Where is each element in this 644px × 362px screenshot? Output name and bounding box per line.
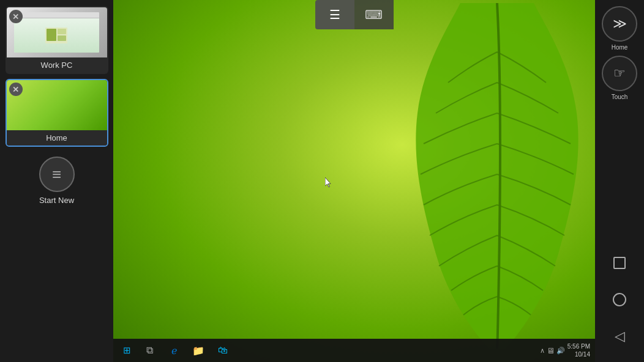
home-label: Home — [7, 130, 107, 146]
left-sidebar: ✕ Work PC ✕ — [0, 0, 113, 362]
circle-nav-button[interactable] — [606, 286, 633, 313]
svg-rect-2 — [58, 29, 66, 34]
square-nav-button[interactable] — [606, 249, 633, 276]
taskbar-items: ⧉ ℯ 📁 🛍 — [138, 340, 540, 361]
time: 5:56 PM — [567, 342, 590, 350]
tray-network[interactable]: 🖥 — [547, 346, 555, 355]
touch-icon: ☞ — [613, 65, 626, 81]
folder-icon: 📁 — [192, 345, 204, 356]
system-tray-icons: ∧ 🖥 🔊 — [540, 346, 565, 355]
taskbar-system-tray: ∧ 🖥 🔊 5:56 PM 10/14 — [540, 342, 593, 358]
keyboard-icon: ⌨ — [365, 7, 383, 22]
home-button-label: Home — [612, 44, 628, 51]
back-nav-button[interactable]: ◁ — [606, 323, 633, 350]
touch-button-label: Touch — [612, 94, 628, 100]
square-icon — [613, 257, 626, 269]
tray-chevron[interactable]: ∧ — [540, 347, 545, 355]
menu-toolbar-button[interactable]: ☰ — [315, 0, 354, 29]
start-new-icon: ≡ — [39, 157, 75, 192]
taskbar-multitasking[interactable]: ⧉ — [138, 340, 161, 361]
tray-volume[interactable]: 🔊 — [556, 347, 565, 355]
circle-icon — [613, 293, 626, 306]
right-sidebar: ≫ Home ☞ Touch ◁ — [595, 0, 644, 362]
date: 10/14 — [567, 350, 590, 358]
keyboard-toolbar-button[interactable]: ⌨ — [354, 0, 394, 29]
taskbar-explorer[interactable]: 📁 — [187, 340, 210, 361]
svg-rect-3 — [58, 35, 66, 41]
home-remote-icon: ≫ — [613, 16, 627, 32]
close-work-pc-button[interactable]: ✕ — [9, 10, 23, 23]
main-area: ☰ ⌨ — [113, 0, 595, 362]
back-icon: ◁ — [615, 328, 625, 344]
taskbar-browser[interactable]: ℯ — [162, 340, 185, 361]
taskbar-start-button[interactable]: ⊞ — [116, 339, 138, 361]
top-toolbar: ☰ ⌨ — [315, 0, 394, 29]
remote-desktop-view[interactable]: ⊞ ⧉ ℯ 📁 🛍 ∧ 🖥 🔊 — [113, 0, 595, 362]
browser-icon: ℯ — [171, 345, 177, 356]
windows-icon: ⊞ — [123, 345, 131, 356]
taskbar: ⊞ ⧉ ℯ 📁 🛍 ∧ 🖥 🔊 — [113, 339, 595, 362]
touch-button[interactable]: ☞ — [602, 56, 637, 91]
desktop-background — [113, 0, 595, 362]
menu-icon: ☰ — [329, 7, 340, 22]
store-icon: 🛍 — [218, 345, 228, 356]
home-control-group: ≫ Home — [602, 6, 637, 51]
work-pc-label: Work PC — [7, 57, 107, 73]
start-new-button[interactable]: ≡ Start New — [6, 157, 108, 205]
taskbar-store[interactable]: 🛍 — [211, 340, 234, 361]
close-home-button[interactable]: ✕ — [9, 83, 23, 96]
home-button[interactable]: ≫ — [602, 6, 637, 42]
session-card-home[interactable]: ✕ Home — [6, 79, 108, 147]
start-new-label: Start New — [39, 196, 74, 205]
clock[interactable]: 5:56 PM 10/14 — [567, 342, 590, 358]
mouse-cursor — [325, 177, 332, 187]
leaf-decoration — [399, 0, 595, 349]
task-view-icon: ⧉ — [146, 345, 153, 356]
svg-rect-1 — [47, 29, 56, 41]
session-card-work-pc[interactable]: ✕ Work PC — [6, 6, 108, 74]
touch-control-group: ☞ Touch — [602, 56, 637, 100]
